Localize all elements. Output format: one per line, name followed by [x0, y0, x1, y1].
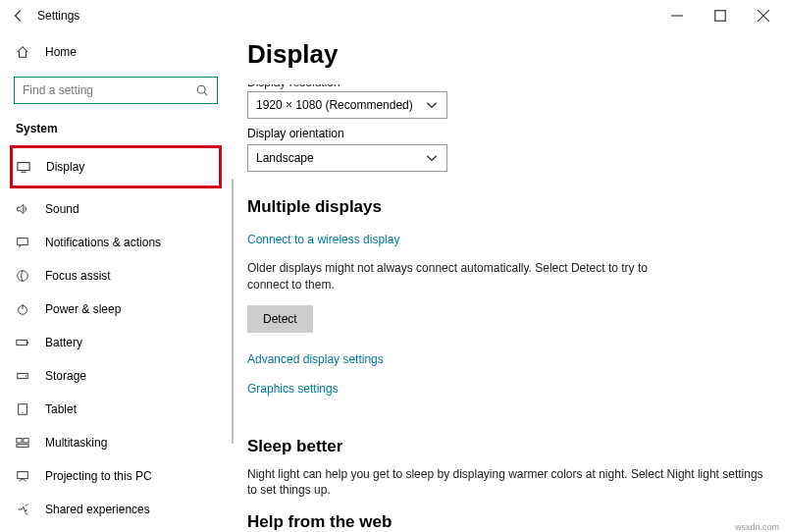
sleep-better-text: Night light can help you get to sleep by…: [247, 466, 765, 500]
search-icon: [193, 83, 211, 97]
sidebar-item-sound[interactable]: Sound: [0, 192, 232, 226]
minimize-button[interactable]: [655, 0, 699, 31]
svg-rect-15: [17, 439, 22, 443]
sidebar-item-battery[interactable]: Battery: [0, 326, 232, 359]
svg-point-2: [197, 85, 205, 93]
svg-rect-1: [715, 11, 726, 22]
chevron-down-icon: [425, 151, 439, 165]
maximize-button[interactable]: [699, 0, 742, 31]
sidebar-item-power[interactable]: Power & sleep: [0, 293, 232, 326]
sidebar-item-label: Multitasking: [45, 436, 107, 450]
power-icon: [14, 302, 31, 316]
sidebar-item-label: Focus assist: [45, 269, 111, 283]
battery-icon: [14, 336, 31, 349]
home-icon: [14, 45, 31, 59]
back-button[interactable]: [8, 5, 29, 27]
resolution-dropdown[interactable]: 1920 × 1080 (Recommended): [247, 91, 447, 119]
orientation-label: Display orientation: [247, 127, 765, 140]
sound-icon: [14, 202, 31, 216]
sidebar-item-label: Shared experiences: [45, 503, 150, 516]
help-heading: Help from the web: [247, 512, 765, 532]
sidebar-item-label: Projecting to this PC: [45, 469, 152, 483]
sidebar-item-label: Battery: [45, 336, 82, 349]
focus-icon: [14, 269, 31, 283]
sidebar-item-label: Power & sleep: [45, 302, 121, 316]
sidebar-item-notifications[interactable]: Notifications & actions: [0, 226, 232, 259]
svg-rect-10: [26, 342, 28, 344]
shared-icon: [14, 503, 31, 516]
sidebar-item-storage[interactable]: Storage: [0, 359, 232, 393]
multitasking-icon: [14, 436, 31, 450]
sidebar-item-shared[interactable]: Shared experiences: [0, 493, 232, 526]
resolution-label: Display resolution: [247, 76, 765, 89]
sleep-better-heading: Sleep better: [247, 437, 765, 456]
notifications-icon: [14, 236, 31, 249]
projecting-icon: [14, 469, 31, 483]
display-icon: [15, 160, 32, 174]
main-panel: Display Display resolution 1920 × 1080 (…: [232, 31, 785, 532]
advanced-display-link[interactable]: Advanced display settings: [247, 352, 384, 366]
home-label: Home: [45, 45, 77, 59]
sidebar-item-focus[interactable]: Focus assist: [0, 259, 232, 293]
resolution-value: 1920 × 1080 (Recommended): [256, 98, 413, 112]
sidebar-item-label: Tablet: [45, 402, 77, 416]
graphics-settings-link[interactable]: Graphics settings: [247, 382, 339, 396]
multiple-displays-heading: Multiple displays: [247, 197, 765, 217]
svg-rect-16: [24, 439, 28, 443]
watermark: wsxdn.com: [735, 522, 779, 532]
svg-point-12: [26, 375, 26, 376]
svg-line-3: [204, 92, 207, 95]
close-button[interactable]: [742, 0, 785, 31]
sidebar-item-projecting[interactable]: Projecting to this PC: [0, 459, 232, 493]
sidebar-item-label: Storage: [45, 369, 86, 383]
svg-rect-6: [18, 239, 28, 245]
sidebar-item-label: Notifications & actions: [45, 236, 161, 249]
page-title: Display: [247, 39, 765, 70]
wireless-display-link[interactable]: Connect to a wireless display: [247, 233, 399, 246]
chevron-down-icon: [425, 98, 439, 112]
sidebar-item-label: Sound: [45, 202, 79, 216]
svg-rect-18: [18, 472, 28, 479]
orientation-value: Landscape: [256, 151, 314, 165]
detect-description: Older displays might not always connect …: [247, 260, 659, 293]
sidebar: Home System Display Sound: [0, 31, 232, 532]
window-title: Settings: [37, 9, 79, 23]
search-box[interactable]: [14, 77, 218, 104]
search-input[interactable]: [21, 82, 193, 98]
tablet-icon: [14, 402, 31, 416]
detect-button[interactable]: Detect: [247, 305, 313, 333]
home-nav[interactable]: Home: [0, 35, 232, 69]
sidebar-item-multitasking[interactable]: Multitasking: [0, 426, 232, 459]
orientation-dropdown[interactable]: Landscape: [247, 144, 447, 172]
sidebar-item-tablet[interactable]: Tablet: [0, 393, 232, 426]
svg-rect-17: [17, 445, 28, 448]
storage-icon: [14, 369, 31, 383]
sidebar-category: System: [16, 122, 232, 135]
svg-rect-4: [18, 163, 29, 171]
sidebar-item-display[interactable]: Display: [10, 145, 222, 188]
svg-rect-9: [17, 340, 27, 345]
svg-point-14: [22, 412, 23, 413]
sidebar-item-label: Display: [46, 160, 84, 174]
